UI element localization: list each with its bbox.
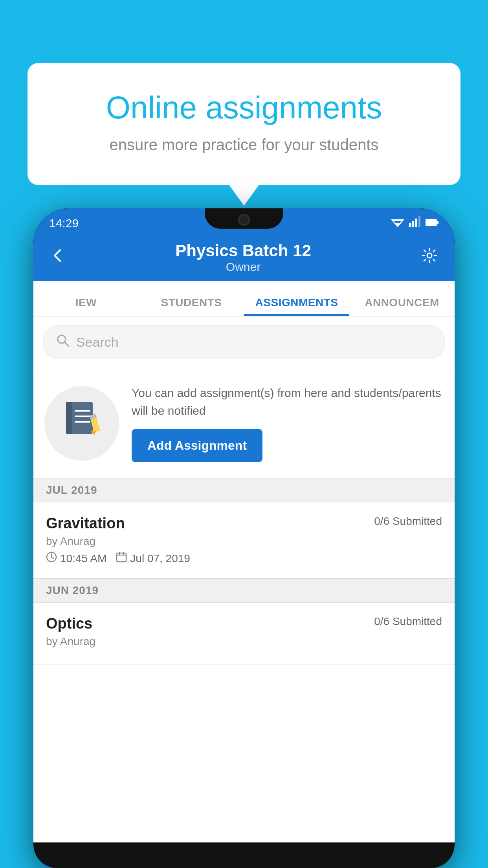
- assignment-item-optics[interactable]: Optics 0/6 Submitted by Anurag: [33, 603, 455, 665]
- wifi-icon: [391, 216, 404, 230]
- speech-bubble-container: Online assignments ensure more practice …: [28, 63, 460, 185]
- phone-frame: 14:29: [33, 208, 455, 868]
- tabs-bar: IEW STUDENTS ASSIGNMENTS ANNOUNCEM: [33, 281, 455, 316]
- optics-by: by Anurag: [46, 635, 442, 648]
- back-button[interactable]: [49, 246, 66, 269]
- app-bar: Physics Batch 12 Owner: [33, 234, 455, 281]
- svg-rect-6: [418, 216, 420, 227]
- svg-rect-3: [409, 223, 411, 227]
- assignment-time-item: 10:45 AM: [46, 552, 106, 565]
- screen-content: Search: [33, 316, 455, 842]
- search-bar[interactable]: Search: [43, 325, 445, 359]
- app-bar-title: Physics Batch 12: [66, 241, 420, 260]
- phone-notch: [205, 208, 283, 229]
- tab-iew[interactable]: IEW: [33, 296, 139, 316]
- add-assignment-button[interactable]: Add Assignment: [132, 429, 262, 462]
- speech-bubble: Online assignments ensure more practice …: [28, 63, 460, 185]
- settings-button[interactable]: [420, 246, 439, 269]
- assignment-time: 10:45 AM: [60, 552, 106, 565]
- notebook-icon: [62, 400, 101, 447]
- tab-announcements[interactable]: ANNOUNCEM: [349, 296, 455, 316]
- speech-bubble-subtitle: ensure more practice for your students: [59, 136, 429, 154]
- svg-marker-2: [394, 223, 401, 227]
- optics-name: Optics: [46, 615, 92, 632]
- assignment-date: Jul 07, 2019: [130, 552, 190, 565]
- battery-icon: [426, 217, 439, 229]
- clock-icon: [46, 552, 57, 565]
- assignment-date-item: Jul 07, 2019: [116, 552, 190, 565]
- assignment-icon-circle: [44, 386, 119, 461]
- tab-students[interactable]: STUDENTS: [139, 296, 244, 316]
- assignment-meta: 10:45 AM Jul 07, 2019: [46, 552, 442, 565]
- svg-line-11: [65, 342, 69, 346]
- month-divider-jun: JUN 2019: [33, 578, 455, 603]
- speech-bubble-title: Online assignments: [59, 90, 429, 125]
- prompt-description: You can add assignment(s) from here and …: [132, 384, 444, 419]
- app-bar-subtitle: Owner: [66, 260, 420, 274]
- search-placeholder: Search: [76, 335, 119, 350]
- app-bar-title-group: Physics Batch 12 Owner: [66, 241, 420, 274]
- status-icons: [391, 216, 439, 230]
- optics-row-top: Optics 0/6 Submitted: [46, 615, 442, 632]
- svg-point-9: [427, 253, 432, 258]
- assignment-item-gravitation[interactable]: Gravitation 0/6 Submitted by Anurag: [33, 502, 455, 578]
- month-divider-jul: JUL 2019: [33, 478, 455, 502]
- calendar-icon: [116, 552, 127, 565]
- assignment-by: by Anurag: [46, 535, 442, 548]
- svg-rect-13: [66, 402, 72, 434]
- svg-rect-23: [117, 553, 126, 562]
- front-camera: [238, 214, 250, 226]
- svg-line-22: [51, 557, 54, 559]
- svg-rect-7: [426, 219, 437, 226]
- tab-assignments[interactable]: ASSIGNMENTS: [244, 296, 349, 316]
- search-icon: [56, 333, 70, 351]
- svg-rect-4: [412, 221, 414, 227]
- status-time: 14:29: [49, 217, 79, 230]
- phone-screen: 14:29: [33, 208, 455, 868]
- assignment-name: Gravitation: [46, 515, 125, 532]
- svg-rect-8: [437, 221, 438, 224]
- signal-icon: [409, 216, 421, 230]
- svg-rect-5: [415, 219, 417, 227]
- search-container: Search: [33, 316, 455, 368]
- optics-submitted: 0/6 Submitted: [374, 615, 442, 628]
- prompt-section: You can add assignment(s) from here and …: [33, 368, 455, 478]
- assignment-submitted: 0/6 Submitted: [374, 515, 442, 528]
- assignment-row-top: Gravitation 0/6 Submitted: [46, 515, 442, 532]
- prompt-text-area: You can add assignment(s) from here and …: [132, 384, 444, 462]
